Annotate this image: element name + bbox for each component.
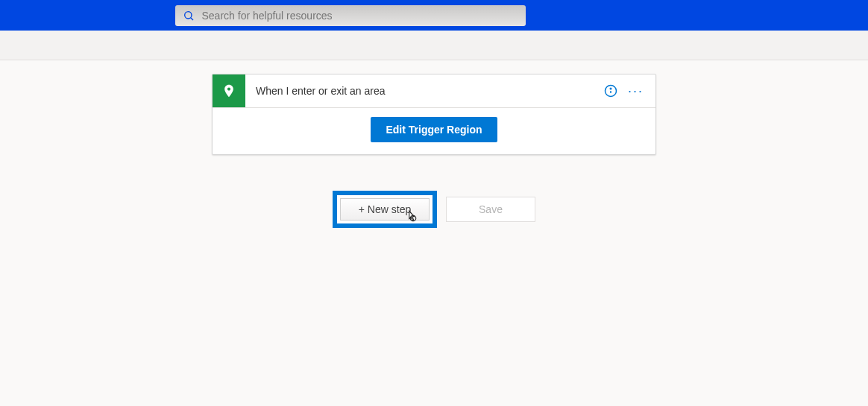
top-header-bar bbox=[0, 0, 868, 31]
trigger-card[interactable]: When I enter or exit an area ··· Edit Tr… bbox=[212, 74, 656, 155]
svg-line-1 bbox=[190, 17, 192, 19]
command-bar bbox=[0, 31, 868, 60]
new-step-highlight: + New step bbox=[333, 191, 437, 228]
svg-point-4 bbox=[610, 88, 611, 89]
new-step-label: + New step bbox=[359, 203, 411, 215]
trigger-header[interactable]: When I enter or exit an area ··· bbox=[213, 74, 655, 107]
search-icon bbox=[183, 10, 195, 22]
trigger-body: Edit Trigger Region bbox=[213, 107, 655, 154]
edit-trigger-region-button[interactable]: Edit Trigger Region bbox=[371, 117, 497, 142]
flow-canvas: When I enter or exit an area ··· Edit Tr… bbox=[0, 60, 868, 228]
trigger-actions: ··· bbox=[604, 84, 655, 98]
action-row: + New step Save bbox=[333, 191, 535, 228]
save-button[interactable]: Save bbox=[446, 197, 535, 222]
more-icon[interactable]: ··· bbox=[628, 84, 644, 98]
new-step-button[interactable]: + New step bbox=[340, 198, 430, 221]
global-search[interactable] bbox=[175, 5, 526, 26]
svg-point-0 bbox=[184, 11, 191, 18]
location-pin-icon bbox=[213, 74, 245, 107]
trigger-title: When I enter or exit an area bbox=[245, 85, 604, 97]
info-icon[interactable] bbox=[604, 84, 617, 98]
search-input[interactable] bbox=[202, 10, 518, 22]
